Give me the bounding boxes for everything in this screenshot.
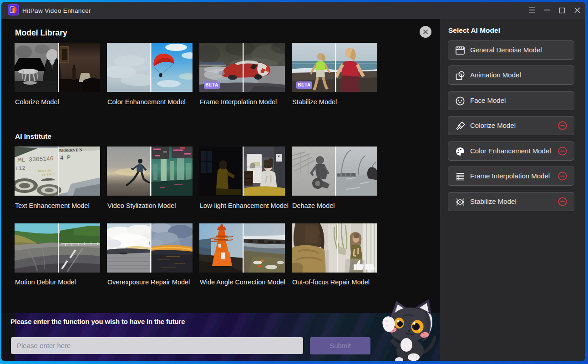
- svg-text:4 P: 4 P: [60, 154, 71, 162]
- svg-text:L12: L12: [15, 165, 25, 172]
- svg-text:RESERVE N: RESERVE N: [59, 147, 83, 153]
